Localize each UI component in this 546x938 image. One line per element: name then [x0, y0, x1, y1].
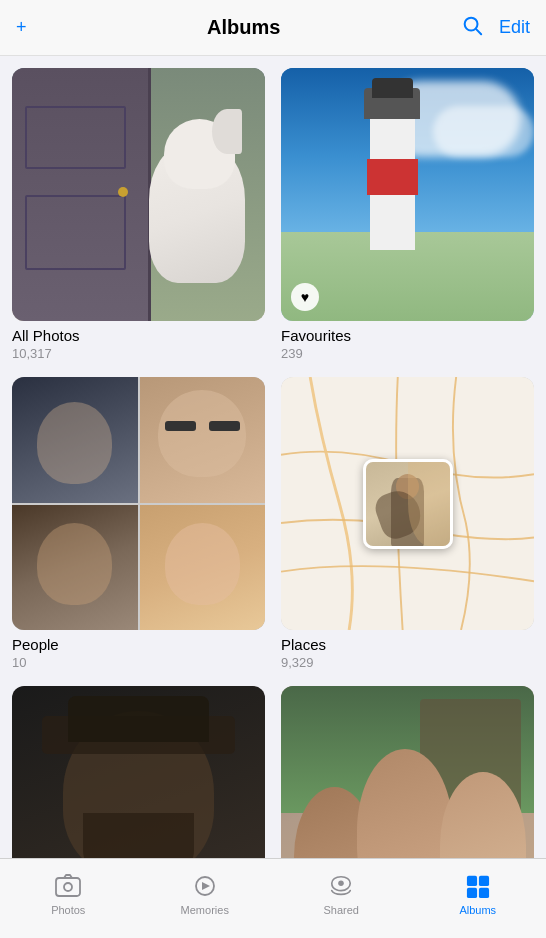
album-thumb-places [281, 377, 534, 630]
group-photo [281, 686, 534, 858]
album-all-photos-count: 10,317 [12, 346, 265, 361]
svg-point-4 [64, 883, 72, 891]
collage-cell-4 [140, 505, 266, 631]
album-favourites-name: Favourites [281, 327, 534, 344]
content-area: All Photos 10,317 [0, 56, 546, 858]
albums-icon [464, 872, 492, 900]
album-places-name: Places [281, 636, 534, 653]
album-item-favourites[interactable]: ♥ Favourites 239 [281, 68, 534, 361]
edit-button[interactable]: Edit [499, 17, 530, 38]
search-button[interactable] [461, 14, 483, 42]
album-favourites-count: 239 [281, 346, 534, 361]
lighthouse-photo [281, 68, 534, 321]
svg-rect-8 [467, 875, 477, 885]
nav-photos-label: Photos [51, 904, 85, 916]
svg-rect-11 [479, 887, 489, 897]
svg-rect-3 [56, 878, 80, 896]
collage-cell-1 [12, 377, 138, 503]
nav-item-shared[interactable]: Shared [273, 872, 410, 916]
album-thumb-people [12, 377, 265, 630]
album-people-name: People [12, 636, 265, 653]
guitarist-photo [366, 462, 450, 546]
album-item-places[interactable]: Places 9,329 [281, 377, 534, 670]
header: + Albums Edit [0, 0, 546, 56]
album-places-count: 9,329 [281, 655, 534, 670]
album-item-5[interactable] [12, 686, 265, 858]
memories-icon [191, 872, 219, 900]
nav-item-albums[interactable]: Albums [410, 872, 547, 916]
dark-photo [12, 686, 265, 858]
shared-icon [327, 872, 355, 900]
map-pin-photo [363, 459, 453, 549]
page-title: Albums [207, 16, 280, 39]
header-left: + [16, 17, 27, 38]
header-right: Edit [461, 14, 530, 42]
svg-point-7 [338, 880, 344, 886]
album-thumb-6 [281, 686, 534, 858]
add-button[interactable]: + [16, 17, 27, 38]
places-map [281, 377, 534, 630]
people-collage [12, 377, 265, 630]
nav-item-photos[interactable]: Photos [0, 872, 137, 916]
photos-icon [54, 872, 82, 900]
album-item-people[interactable]: People 10 [12, 377, 265, 670]
nav-shared-label: Shared [324, 904, 359, 916]
nav-memories-label: Memories [181, 904, 229, 916]
album-all-photos-name: All Photos [12, 327, 265, 344]
album-people-count: 10 [12, 655, 265, 670]
heart-icon: ♥ [291, 283, 319, 311]
collage-cell-3 [12, 505, 138, 631]
album-item-all-photos[interactable]: All Photos 10,317 [12, 68, 265, 361]
album-item-6[interactable] [281, 686, 534, 858]
nav-item-memories[interactable]: Memories [137, 872, 274, 916]
bottom-nav: Photos Memories Shared [0, 858, 546, 938]
album-thumb-favourites: ♥ [281, 68, 534, 321]
album-thumb-5 [12, 686, 265, 858]
svg-rect-10 [467, 887, 477, 897]
album-thumb-all-photos [12, 68, 265, 321]
nav-albums-label: Albums [459, 904, 496, 916]
dog-photo [12, 68, 265, 321]
album-grid: All Photos 10,317 [12, 68, 534, 858]
collage-cell-2 [140, 377, 266, 503]
svg-line-1 [476, 29, 481, 34]
svg-marker-6 [202, 882, 210, 890]
svg-rect-9 [479, 875, 489, 885]
